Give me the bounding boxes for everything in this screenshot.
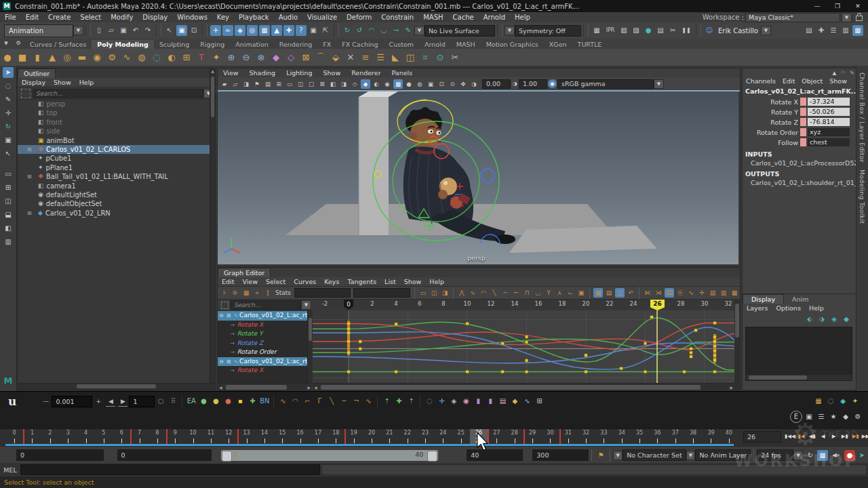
last-tool-icon[interactable]: ↖ (3, 148, 14, 159)
menu-keys[interactable]: Keys (320, 278, 343, 285)
poly-soccer-icon[interactable]: ◍ (135, 51, 149, 64)
menu-set-selector[interactable]: Animation (4, 24, 73, 37)
stacked-view-icon[interactable]: ◫ (429, 288, 439, 298)
nudge-minus-button[interactable]: — (41, 396, 50, 406)
boolean-intersect-icon[interactable]: ⊗ (254, 51, 268, 64)
dot-green-icon[interactable]: ● (198, 396, 209, 407)
modeling-toolkit-icon[interactable]: ▥ (840, 25, 851, 36)
timeline-frame-20[interactable]: 20 (363, 429, 380, 445)
graph-list-vscrollbar[interactable] (307, 310, 313, 383)
graph-editor-curves[interactable] (313, 310, 740, 383)
layer-tab-anim[interactable]: Anim (784, 295, 816, 304)
use-all-lights-icon[interactable]: ◉ (382, 79, 392, 89)
move-tool-icon[interactable]: ✛ (3, 108, 14, 119)
timeline-frame-19[interactable]: 19 (344, 429, 362, 445)
timeline-frame-14[interactable]: 14 (256, 429, 273, 445)
select-camera-icon[interactable]: ▰ (220, 79, 229, 89)
pause-viewport-icon[interactable]: ❚❚ (679, 25, 693, 36)
outliner-item-carlos-v01-02-lrn[interactable]: ⊞◆Carlos_v01_02_LRN (18, 209, 215, 218)
expand-icon[interactable]: ⊞ (226, 357, 231, 367)
boolean-union-icon[interactable]: ⊕ (224, 51, 238, 64)
shelf-tab-curves-surfaces[interactable]: Curves / Surfaces (24, 40, 92, 49)
speed-ramp-icon[interactable]: ◠ (840, 69, 847, 77)
snap-help-icon[interactable]: ? (296, 25, 307, 36)
sculpt-sphere-icon[interactable]: ◌ (150, 51, 163, 64)
menu-create[interactable]: Create (43, 14, 75, 21)
gamma-field[interactable]: 1.00 (519, 79, 547, 89)
spline-tangent-icon[interactable]: ∿ (468, 288, 477, 298)
pre-infinity-cycle-icon[interactable]: ↶ (626, 288, 635, 298)
shelf-tab-rigging[interactable]: Rigging (195, 40, 230, 49)
stats-value-field[interactable] (353, 288, 410, 298)
snap-curve-icon[interactable]: ≈ (222, 25, 233, 36)
select-hierarchy-icon[interactable]: ↖ (164, 25, 175, 36)
range-start-handle[interactable] (222, 451, 232, 462)
expand-icon[interactable]: ⊞ (226, 311, 231, 321)
outliner-item-ball-tail-v01-02-l1-ball-with-tail[interactable]: ⊞❖Ball_Tail_v01_02_L1:BALL_WITH_TAIL (18, 172, 215, 181)
timeline-frame-10[interactable]: 10 (184, 429, 201, 445)
attribute-editor-icon[interactable]: ▤ (804, 25, 814, 36)
bridge-icon[interactable]: ⌒ (314, 51, 328, 64)
open-scene-icon[interactable]: ▱ (106, 25, 117, 36)
menu-curves[interactable]: Curves (290, 278, 320, 285)
timeline-frame-40[interactable]: 40 (720, 429, 738, 445)
mirror-pose-icon[interactable]: ⇡ (406, 396, 416, 407)
playblast-icon[interactable]: ▦ (817, 450, 828, 461)
menu-audio[interactable]: Audio (274, 14, 302, 21)
timeline-frame-0[interactable]: 0 (5, 429, 23, 445)
timeline-frame-16[interactable]: 16 (291, 429, 309, 445)
graph-editor-tab[interactable]: Graph Editor (218, 268, 271, 277)
paste-pose-icon[interactable]: ✚ (393, 396, 404, 407)
subdivide-icon[interactable]: ⊞ (180, 51, 193, 64)
shelf-tab-fx[interactable]: FX (317, 40, 336, 49)
timeline-frame-13[interactable]: 13 (237, 429, 255, 445)
cut-render-icon[interactable]: ✂ (667, 25, 678, 36)
expand-icon[interactable]: ⊞ (27, 145, 32, 154)
timeline-frame-35[interactable]: 35 (631, 429, 648, 445)
outliner-item-front[interactable]: ◧front (18, 118, 215, 127)
channel-value-field[interactable]: chest (808, 138, 850, 146)
wave-icon[interactable]: ∿ (521, 396, 532, 407)
shelf-tab-sculpting[interactable]: Sculpting (154, 40, 195, 49)
separate-icon[interactable]: ◇ (284, 51, 298, 64)
tangent-clamped-icon[interactable]: ◠ (290, 396, 300, 407)
offset-edge-loop-icon[interactable]: ☰ (374, 51, 387, 64)
layer-tab-display[interactable]: Display (743, 294, 784, 304)
tangent-neg-icon[interactable]: ¬ (351, 396, 361, 407)
shelf-menu-icon[interactable]: ▼ (1, 38, 12, 49)
output-connections-icon[interactable]: ↺ (354, 25, 365, 36)
dot-red-icon[interactable]: ● (222, 396, 233, 407)
pre-infinity-icon[interactable]: ⋉ (643, 288, 652, 298)
maximize-icon[interactable]: ❐ (828, 1, 847, 12)
timeline-frame-34[interactable]: 34 (613, 429, 631, 445)
anim-layer-dropdown-icon[interactable]: ▼ (686, 451, 696, 460)
absolute-view-icon[interactable]: ▭ (418, 288, 428, 298)
shelf-tab-custom[interactable]: Custom (384, 40, 419, 49)
poly-torus-icon[interactable]: ◎ (60, 51, 74, 64)
boolean-difference-icon[interactable]: ⊖ (239, 51, 253, 64)
tangent-auto-icon[interactable]: ∿ (363, 396, 374, 407)
regions-tool-icon[interactable]: ⌖ (252, 288, 262, 298)
shadows-icon[interactable]: ▩ (393, 79, 403, 89)
shelf-tab-animation[interactable]: Animation (230, 40, 273, 49)
timeline-frame-18[interactable]: 18 (327, 429, 344, 445)
layer-list[interactable] (745, 327, 852, 381)
character-set-selector[interactable]: No Character Set (623, 449, 686, 461)
animbot-logo-icon[interactable]: u (8, 394, 16, 408)
tangent-step-icon[interactable]: ⌐ (302, 396, 313, 407)
menu-show[interactable]: Show (50, 79, 75, 86)
graph-filter-icon[interactable] (221, 302, 229, 309)
timeline-frame-26[interactable]: 2626 (470, 429, 488, 445)
graph-search-dropdown-icon[interactable]: ▼ (301, 300, 311, 310)
linear-tangent-icon[interactable]: ╲ (490, 288, 499, 298)
timeline-frame-37[interactable]: 37 (667, 429, 684, 445)
lasso-tool-icon[interactable]: ◌ (3, 81, 14, 92)
easy-anim-icon[interactable]: EA (186, 396, 197, 407)
animation-end-field[interactable]: 300 (532, 449, 589, 461)
timeline-frame-27[interactable]: 27 (488, 429, 505, 445)
history-toggle-icon[interactable]: ◡ (378, 25, 389, 36)
xray-icon[interactable]: ⊡ (437, 79, 446, 89)
timeline-frame-1[interactable]: 1 (23, 429, 41, 445)
menu-display[interactable]: Display (138, 14, 172, 21)
menu-panels[interactable]: Panels (387, 69, 418, 77)
